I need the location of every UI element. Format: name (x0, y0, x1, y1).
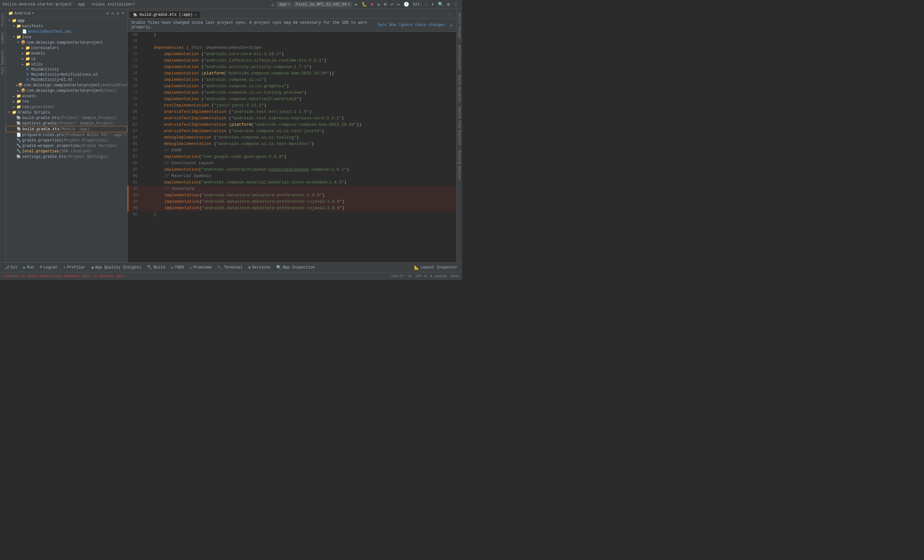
more-icon[interactable]: ⋮ (452, 1, 459, 8)
toolbar-icons: △ app ▼ Pixel_3a_API_33_x86_64 ▼ ▶ 🐛 ■ ↻… (270, 1, 459, 8)
tree-item-ui[interactable]: ▶ 📁 ui (6, 56, 128, 61)
run-config-dropdown[interactable]: app ▼ (276, 1, 292, 7)
code-line-85: 85 debugImplementation ("androidx.compos… (128, 141, 456, 147)
sync-icon[interactable]: ↻ (376, 1, 381, 8)
logcat-label: Logcat (44, 265, 57, 270)
sidebar-device-manager-icon[interactable]: Device Manager (457, 10, 462, 42)
tree-item-manifests[interactable]: ▼ 📁 manifests (6, 23, 128, 29)
debug-icon[interactable]: 🐛 (360, 1, 368, 8)
bottom-app-quality[interactable]: ◈ App Quality Insights (89, 264, 144, 271)
sync-now-button[interactable]: Sync Now (378, 23, 396, 27)
tree-item-package-test[interactable]: ▶ 📦 com.delasign.samplestarterproject (t… (6, 88, 128, 93)
sidebar-build-variants-icon[interactable]: Build Variants (457, 72, 462, 105)
git-push-icon[interactable]: ⬆ (430, 1, 435, 8)
status-position[interactable]: 135:77 (391, 274, 404, 278)
code-line-84: 84 debugImplementation ("androidx.compos… (128, 135, 456, 141)
sidebar-commit-icon[interactable]: Commit (0, 30, 5, 46)
bottom-app-inspection[interactable]: 🔍 App Inspection (274, 264, 318, 271)
code-line-80: 80 androidTestImplementation ("androidx.… (128, 109, 456, 115)
history-icon[interactable]: 🕐 (402, 1, 410, 8)
sidebar-device-file-icon[interactable]: Device File Explorer (457, 105, 462, 148)
sidebar-project-icon[interactable]: Project (0, 10, 5, 29)
tab-close-icon[interactable]: ✕ (195, 13, 197, 17)
notification-text: Gradle files have changed since last pro… (132, 21, 375, 30)
tree-item-gradle-props[interactable]: 🔧 gradle.properties (Project Properties) (6, 138, 128, 143)
tree-item-gradle-scripts[interactable]: ▼ 📁 Gradle Scripts (6, 110, 128, 115)
sidebar-notifications-icon[interactable]: Notifications (457, 42, 462, 72)
status-charset[interactable]: UTF-8 (416, 274, 426, 278)
status-branch[interactable]: main (451, 274, 459, 278)
status-error: ✕ Failed to start monitoring emulator-55… (3, 274, 124, 279)
profiler-label: Profiler (67, 265, 86, 270)
terminal-label: Terminal (224, 265, 243, 270)
run-icon[interactable]: ▶ (354, 1, 359, 8)
tree-item-package-main[interactable]: ▼ 📦 com.delasign.samplestarterproject (6, 40, 128, 45)
status-encoding[interactable]: LF (408, 274, 412, 278)
tree-item-local-props[interactable]: 🔧 local.properties (SDK Location) (6, 148, 128, 154)
code-line-75: 75 implementation ("androidx.compose.ui:… (128, 77, 456, 83)
code-line-92: 92 // Datastore (128, 186, 456, 192)
tree-item-gradle-wrapper[interactable]: 🔧 gradle-wrapper.properties (Gradle Vers… (6, 143, 128, 148)
device-dropdown[interactable]: Pixel_3a_API_33_x86_64 ▼ (293, 1, 352, 7)
sidebar-running-devices-icon[interactable]: Running Devices (457, 148, 462, 182)
sidebar-pullreq-icon[interactable]: Pull Requests (0, 47, 5, 77)
code-line-93: 93 implementation("androidx.datastore:da… (128, 192, 456, 199)
bottom-run[interactable]: ▶ Run (21, 264, 37, 271)
bottom-terminal[interactable]: >_ Terminal (215, 264, 245, 271)
bottom-services[interactable]: ⚙ Services (246, 264, 273, 271)
android-dropdown[interactable]: ▼ (32, 12, 34, 15)
tree-item-assets[interactable]: ▶ 📁 assets (6, 93, 128, 99)
tree-item-package-androidtest[interactable]: ▶ 📦 com.delasign.samplestarterproject (a… (6, 82, 128, 88)
preferences-icon[interactable]: ⚙ (446, 1, 451, 8)
settings-icon[interactable]: ⚙ (383, 1, 388, 8)
breadcrumb-class[interactable]: <class initializer> (91, 2, 135, 7)
tab-bar: 🐘 build.gradle.kts (:app) ✕ ⋮ (128, 9, 456, 19)
editor-tab-build-gradle[interactable]: 🐘 build.gradle.kts (:app) ✕ (129, 11, 201, 18)
layout-inspector-label: Layout Inspector (421, 265, 458, 270)
tree-item-java[interactable]: ▼ 📁 java (6, 34, 128, 40)
tree-item-mainactivity-notif[interactable]: K MainActivity+Notifications.kt (6, 72, 128, 77)
bottom-build[interactable]: 🔨 Build (144, 264, 168, 271)
ignore-changes-button[interactable]: Ignore these changes (399, 23, 445, 27)
code-line-95: 95 implementation("androidx.datastore:da… (128, 205, 456, 211)
bottom-git[interactable]: ⎇ Git (2, 264, 20, 271)
tree-item-proguard[interactable]: 📄 proguard-rules.pro (ProGuard Rules for… (6, 132, 128, 138)
tree-item-res-generated[interactable]: ▶ 📁 res (generated) (6, 104, 128, 110)
git-check-icon[interactable]: ✓ (423, 1, 429, 8)
tree-item-mainactivity-ui[interactable]: K MainActivity+UI.kt (6, 77, 128, 82)
tree-item-mainactivity[interactable]: K MainActivity (6, 67, 128, 72)
tree-item-build-gradle-project[interactable]: 🐘 build.gradle.kts (Project: Sample_Proj… (6, 115, 128, 121)
bottom-logcat[interactable]: ≡ Logcat (37, 264, 60, 271)
tree-item-build-gradle-app[interactable]: 🐘 build.gradle.kts (Module :app) (6, 126, 128, 132)
tree-item-utils[interactable]: ▶ 📁 utils (6, 61, 128, 67)
nav-up-icon[interactable]: △ (270, 1, 275, 8)
tree-gear-icon[interactable]: ≡ (121, 10, 125, 16)
stop-icon[interactable]: ■ (370, 1, 375, 8)
status-indent[interactable]: 4 spaces (430, 274, 447, 278)
tree-item-settings-gradle[interactable]: 🐘 settings.gradle.kts (Project Settings) (6, 154, 128, 159)
tree-item-models[interactable]: ▶ 📁 models (6, 51, 128, 56)
tree-item-app[interactable]: ▼ 📁 app (6, 18, 128, 23)
tree-collapse-icon[interactable]: ⊟ (111, 10, 115, 16)
layout-inspector-icon: 📐 (414, 265, 419, 270)
bottom-profiler[interactable]: ⚡ Profiler (61, 264, 88, 271)
tree-item-res[interactable]: ▶ 📁 res (6, 99, 128, 104)
problems-label: Problems (194, 265, 212, 270)
search-icon[interactable]: 🔍 (436, 1, 445, 8)
undo-icon[interactable]: ↩ (389, 1, 394, 8)
tree-dots-icon[interactable]: ⚙ (116, 10, 120, 16)
code-editor[interactable]: 68 } 69 70 dependencies { this: Dependen… (128, 32, 456, 262)
code-line-79: 79 testImplementation ("junit:junit:4.13… (128, 102, 456, 109)
breadcrumb-project[interactable]: kotlin-android-starter-project (3, 2, 72, 7)
tree-item-androidmanifest[interactable]: 📄 AndroidManifest.xml (6, 29, 128, 34)
bottom-todo[interactable]: ☑ TODO (168, 264, 186, 271)
notification-bar: Gradle files have changed since last pro… (128, 19, 456, 32)
breadcrumb-app[interactable]: app (78, 2, 85, 7)
bottom-layout-inspector[interactable]: 📐 Layout Inspector (412, 264, 460, 271)
tree-item-spotless[interactable]: 🐘 spotless.gradle (Project: Sample_Proje… (6, 121, 128, 126)
tree-locate-icon[interactable]: ⊕ (106, 10, 110, 16)
tree-item-coordinators[interactable]: ▶ 📁 coordinators (6, 45, 128, 51)
redo-icon[interactable]: ↪ (396, 1, 401, 8)
tab-more-icon[interactable]: ⋮ (445, 12, 455, 18)
bottom-problems[interactable]: ⚠ Problems (187, 264, 214, 271)
